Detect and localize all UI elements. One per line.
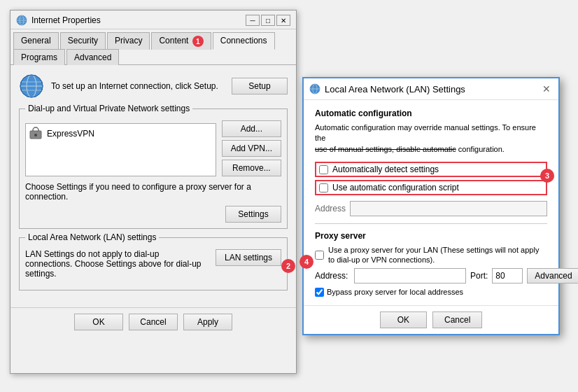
- vpn-icon: [29, 127, 43, 141]
- lan-section: Local Area Network (LAN) settings LAN Se…: [19, 237, 288, 290]
- proxy-address-row: Address: Port: Advanced: [315, 268, 547, 284]
- annotation-3: 3: [540, 169, 554, 183]
- tab-connections[interactable]: Connections: [213, 32, 275, 50]
- lan-section-label: Local Area Network (LAN) settings: [25, 232, 159, 242]
- proxy-check-label: Use a proxy server for your LAN (These s…: [328, 245, 547, 265]
- globe-icon: [16, 15, 27, 26]
- auto-script-checkbox[interactable]: [319, 183, 328, 192]
- address-row: Address: [315, 201, 547, 216]
- setup-section: To set up an Internet connection, click …: [19, 74, 288, 99]
- address-input[interactable]: [350, 201, 547, 216]
- dialog-ok-button[interactable]: OK: [380, 312, 427, 328]
- dialog-titlebar: Local Area Network (LAN) Settings ✕: [304, 78, 558, 100]
- titlebar-left: Internet Properties: [16, 15, 101, 26]
- lan-settings-button[interactable]: LAN settings: [216, 249, 281, 266]
- use-proxy-row: Use a proxy server for your LAN (These s…: [315, 245, 547, 265]
- tab-bar: General Security Privacy Content 1 Conne…: [10, 29, 296, 65]
- dialog-title-left: Local Area Network (LAN) Settings: [309, 83, 465, 94]
- tab-indicator-1: 1: [192, 36, 204, 47]
- lan-dialog-icon: [309, 83, 320, 94]
- internet-properties-window: Internet Properties ─ □ ✕ General Securi…: [10, 10, 297, 374]
- maximize-button[interactable]: □: [261, 15, 275, 26]
- dialup-section: Dial-up and Virtual Private Network sett…: [19, 108, 288, 229]
- strikethrough-text: use of manual settings, disable automati…: [315, 145, 456, 153]
- svg-point-12: [34, 134, 37, 136]
- proxy-note: Choose Settings if you need to configure…: [25, 182, 281, 202]
- tab-privacy[interactable]: Privacy: [107, 32, 150, 50]
- vpn-item[interactable]: ExpressVPN: [29, 127, 94, 141]
- dialup-list: ExpressVPN: [25, 123, 216, 176]
- proxy-section-title: Proxy server: [315, 231, 547, 241]
- auto-config-section: Automatic configuration Automatic config…: [315, 108, 547, 216]
- dialog-content: Automatic configuration Automatic config…: [304, 100, 558, 305]
- dialup-section-label: Dial-up and Virtual Private Network sett…: [25, 104, 192, 113]
- dialup-buttons: Add... Add VPN... Remove...: [222, 120, 281, 176]
- address-label: Address: [315, 204, 346, 214]
- window-controls: ─ □ ✕: [246, 15, 290, 26]
- minimize-button[interactable]: ─: [246, 15, 260, 26]
- proxy-address-input[interactable]: [354, 268, 466, 284]
- apply-button[interactable]: Apply: [183, 314, 232, 330]
- ok-button[interactable]: OK: [74, 314, 123, 330]
- divider: [315, 223, 547, 224]
- annotation-2: 2: [281, 259, 295, 273]
- tab-programs[interactable]: Programs: [13, 49, 65, 65]
- add-vpn-button[interactable]: Add VPN...: [222, 140, 281, 157]
- dialog-title: Local Area Network (LAN) Settings: [325, 84, 465, 94]
- vpn-item-label: ExpressVPN: [47, 129, 94, 139]
- port-input[interactable]: [492, 268, 523, 284]
- dialog-cancel-button[interactable]: Cancel: [432, 312, 482, 328]
- bypass-label: Bypass proxy server for local addresses: [327, 288, 463, 296]
- connections-content: To set up an Internet connection, click …: [10, 65, 296, 307]
- auto-detect-checkbox[interactable]: [319, 165, 328, 174]
- window-title: Internet Properties: [31, 15, 101, 25]
- tab-advanced[interactable]: Advanced: [66, 49, 119, 65]
- setup-globe-icon: [19, 74, 44, 99]
- proxy-section: Proxy server 4 Use a proxy server for yo…: [315, 231, 547, 297]
- cancel-button[interactable]: Cancel: [129, 314, 178, 330]
- auto-config-title: Automatic configuration: [315, 108, 547, 118]
- bypass-checkbox[interactable]: [315, 288, 324, 297]
- port-label: Port:: [470, 271, 488, 281]
- add-button[interactable]: Add...: [222, 120, 281, 137]
- tab-security[interactable]: Security: [60, 32, 106, 50]
- auto-config-desc: Automatic configuration may override man…: [315, 122, 547, 155]
- dialog-close-button[interactable]: ✕: [540, 83, 553, 95]
- auto-detect-label: Automatically detect settings: [332, 164, 439, 174]
- use-proxy-checkbox[interactable]: [315, 251, 324, 260]
- titlebar: Internet Properties ─ □ ✕: [10, 10, 296, 29]
- lan-text: LAN Settings do not apply to dial-up con…: [25, 249, 209, 279]
- bypass-row: Bypass proxy server for local addresses: [315, 288, 547, 297]
- auto-detect-row: Automatically detect settings: [315, 162, 547, 177]
- dialog-footer: OK Cancel: [304, 305, 558, 334]
- lan-settings-dialog: Local Area Network (LAN) Settings ✕ Auto…: [302, 77, 560, 335]
- close-button[interactable]: ✕: [276, 15, 290, 26]
- remove-button[interactable]: Remove...: [222, 160, 281, 176]
- settings-button[interactable]: Settings: [225, 206, 281, 223]
- auto-script-row: Use automatic configuration script: [315, 180, 547, 195]
- annotation-4: 4: [299, 255, 313, 269]
- advanced-button[interactable]: Advanced: [527, 268, 578, 284]
- tab-general[interactable]: General: [13, 32, 59, 50]
- setup-button[interactable]: Setup: [232, 78, 288, 94]
- proxy-address-label: Address:: [315, 271, 350, 281]
- window-footer: OK Cancel Apply: [10, 307, 296, 336]
- tab-content[interactable]: Content 1: [151, 32, 211, 50]
- auto-script-label: Use automatic configuration script: [332, 183, 459, 192]
- setup-text: To set up an Internet connection, click …: [51, 81, 225, 91]
